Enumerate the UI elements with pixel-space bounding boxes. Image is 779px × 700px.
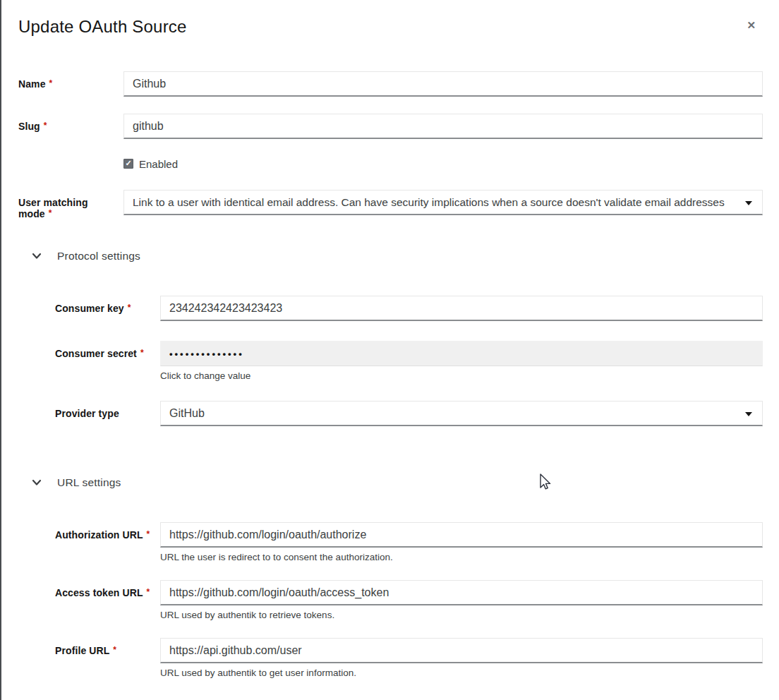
page-title: Update OAuth Source [18, 17, 763, 37]
chevron-down-icon [32, 253, 42, 260]
provider-type-label-text: Provider type [55, 408, 119, 419]
form-row-user-matching-mode: User matching mode* Link to a user with … [18, 190, 763, 219]
protocol-settings-body: Consumer key* Consumer secret* Click to … [18, 296, 763, 426]
modal-header: Update OAuth Source ✕ [18, 17, 763, 40]
consumer-secret-helper[interactable]: Click to change value [160, 370, 763, 381]
required-asterisk: * [128, 303, 131, 313]
slug-label: Slug* [18, 114, 123, 132]
name-label: Name* [18, 71, 123, 90]
form-row-access-token-url: Access token URL* URL used by authentik … [55, 580, 763, 620]
enabled-checkbox[interactable] [123, 159, 133, 169]
required-asterisk: * [113, 645, 116, 655]
consumer-secret-label: Consumer secret* [55, 341, 160, 359]
form-row-consumer-key: Consumer key* [55, 296, 763, 321]
required-asterisk: * [147, 587, 150, 597]
profile-url-label: Profile URL* [55, 638, 160, 656]
authorization-url-field[interactable] [160, 522, 763, 548]
background-page-edge [0, 0, 1, 700]
consumer-secret-field[interactable] [160, 341, 763, 366]
slug-label-text: Slug [18, 121, 40, 132]
chevron-down-icon [32, 479, 42, 486]
form-row-name: Name* [18, 71, 763, 97]
consumer-key-field[interactable] [160, 296, 763, 321]
required-asterisk: * [140, 348, 144, 358]
name-label-text: Name [18, 78, 46, 90]
required-asterisk: * [49, 78, 53, 88]
url-settings-title: URL settings [57, 476, 121, 489]
consumer-key-label: Consumer key* [55, 296, 160, 314]
profile-url-helper: URL used by authentik to get user inform… [160, 668, 763, 678]
user-matching-mode-label: User matching mode* [18, 190, 123, 219]
url-settings-section-toggle[interactable]: URL settings [18, 476, 763, 490]
access-token-url-label: Access token URL* [55, 580, 160, 598]
close-icon[interactable]: ✕ [747, 20, 756, 30]
chevron-down-icon [745, 412, 752, 416]
required-asterisk: * [49, 208, 52, 218]
enabled-checkbox-label: Enabled [139, 158, 178, 170]
profile-url-label-text: Profile URL [55, 645, 109, 656]
access-token-url-label-text: Access token URL [55, 587, 143, 598]
protocol-settings-section-toggle[interactable]: Protocol settings [18, 249, 763, 263]
consumer-key-label-text: Consumer key [55, 303, 124, 314]
authorization-url-helper: URL the user is redirect to to consent t… [160, 552, 763, 562]
form-row-profile-url: Profile URL* URL used by authentik to ge… [55, 638, 763, 678]
slug-field[interactable] [123, 114, 763, 139]
form-row-slug: Slug* [18, 114, 763, 139]
access-token-url-field[interactable] [160, 580, 763, 605]
user-matching-mode-value: Link to a user with identical email addr… [133, 196, 741, 209]
chevron-down-icon [745, 201, 752, 205]
authorization-url-label: Authorization URL* [55, 522, 160, 541]
access-token-url-helper: URL used by authentik to retrieve tokens… [160, 610, 763, 620]
protocol-settings-title: Protocol settings [57, 250, 140, 262]
profile-url-field[interactable] [160, 638, 763, 663]
enabled-checkbox-row: Enabled [123, 158, 763, 169]
required-asterisk: * [147, 529, 150, 539]
update-oauth-source-modal: Update OAuth Source ✕ Name* Slug* Enable… [0, 0, 779, 700]
provider-type-value: GitHub [169, 407, 741, 420]
url-settings-body: Authorization URL* URL the user is redir… [18, 522, 763, 678]
oauth-source-form: Name* Slug* Enabled User matching mode* [18, 71, 763, 678]
form-row-authorization-url: Authorization URL* URL the user is redir… [55, 522, 763, 562]
user-matching-mode-label-text: User matching mode [18, 197, 88, 219]
authorization-url-label-text: Authorization URL [55, 529, 143, 541]
user-matching-mode-select[interactable]: Link to a user with identical email addr… [123, 190, 763, 215]
name-field[interactable] [123, 71, 763, 97]
provider-type-select[interactable]: GitHub [160, 401, 763, 426]
form-row-provider-type: Provider type GitHub [55, 401, 763, 426]
consumer-secret-label-text: Consumer secret [55, 348, 137, 359]
required-asterisk: * [44, 121, 47, 131]
provider-type-label: Provider type [55, 401, 160, 419]
form-row-consumer-secret: Consumer secret* Click to change value [55, 341, 763, 381]
